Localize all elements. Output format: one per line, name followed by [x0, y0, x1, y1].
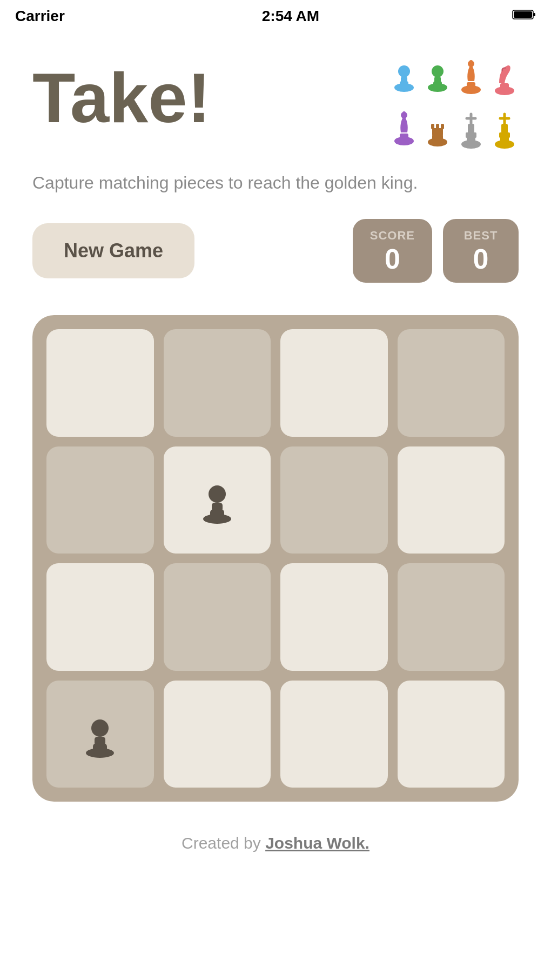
- svg-rect-16: [500, 83, 509, 92]
- board-cell-10[interactable]: [280, 563, 388, 671]
- svg-rect-32: [500, 137, 509, 145]
- battery-indicator: [512, 9, 536, 24]
- app-title: Take!: [32, 63, 211, 133]
- carrier-info: Carrier: [15, 8, 69, 25]
- svg-rect-30: [468, 124, 474, 134]
- svg-point-6: [398, 65, 410, 77]
- svg-point-38: [209, 485, 226, 503]
- game-board[interactable]: [32, 315, 519, 802]
- piece-brown-rook: [424, 109, 452, 157]
- main-content: Take!: [0, 30, 551, 896]
- svg-rect-2: [514, 11, 532, 18]
- piece-gray-king: [457, 109, 485, 157]
- piece-pink-knight: [490, 57, 519, 103]
- best-value: 0: [460, 245, 501, 273]
- svg-rect-23: [432, 128, 443, 136]
- board-cell-6[interactable]: [280, 446, 388, 554]
- carrier-text: Carrier: [15, 8, 65, 25]
- svg-point-14: [469, 60, 473, 63]
- header-section: Take!: [32, 52, 519, 157]
- svg-point-20: [402, 111, 406, 115]
- board-cell-1[interactable]: [164, 329, 271, 437]
- subtitle: Capture matching pieces to reach the gol…: [32, 173, 519, 193]
- board-cell-7[interactable]: [398, 446, 505, 554]
- svg-rect-24: [431, 124, 434, 129]
- svg-rect-18: [400, 134, 408, 142]
- best-box: BEST 0: [443, 219, 519, 283]
- piece-gold-king: [490, 109, 519, 157]
- svg-rect-41: [95, 737, 105, 745]
- chess-pieces-grid: [390, 52, 519, 157]
- best-label: BEST: [460, 229, 501, 243]
- board-cell-14[interactable]: [280, 681, 388, 788]
- piece-purple-bishop: [390, 109, 418, 157]
- footer-text: Created by: [182, 834, 265, 852]
- svg-rect-1: [533, 13, 535, 16]
- new-game-button[interactable]: New Game: [32, 223, 194, 278]
- svg-rect-22: [432, 135, 443, 143]
- board-cell-13[interactable]: [164, 681, 271, 788]
- svg-rect-37: [212, 503, 223, 511]
- board-cell-12[interactable]: [46, 681, 154, 788]
- score-panel: SCORE 0 BEST 0: [353, 219, 519, 283]
- author-link[interactable]: Joshua Wolk.: [265, 834, 369, 852]
- piece-blue-pawn: [390, 57, 418, 103]
- board-cell-15[interactable]: [398, 681, 505, 788]
- svg-point-42: [91, 719, 109, 737]
- score-value: 0: [370, 245, 415, 273]
- status-time: 2:54 AM: [262, 8, 319, 25]
- board-cell-4[interactable]: [46, 446, 154, 554]
- svg-rect-26: [441, 124, 444, 129]
- svg-rect-28: [467, 137, 475, 145]
- status-bar: Carrier 2:54 AM: [0, 0, 551, 30]
- board-cell-2[interactable]: [280, 329, 388, 437]
- svg-rect-5: [401, 77, 407, 83]
- piece-orange-bishop: [457, 57, 485, 103]
- svg-rect-12: [467, 82, 475, 91]
- board-cell-5[interactable]: [164, 446, 271, 554]
- board-cell-3[interactable]: [398, 329, 505, 437]
- svg-rect-9: [434, 77, 441, 83]
- svg-rect-25: [436, 124, 439, 129]
- svg-point-10: [432, 65, 444, 77]
- footer: Created by Joshua Wolk.: [32, 834, 519, 874]
- score-label: SCORE: [370, 229, 415, 243]
- controls-row: New Game SCORE 0 BEST 0: [32, 219, 519, 283]
- piece-green-pawn: [424, 57, 452, 103]
- board-cell-0[interactable]: [46, 329, 154, 437]
- score-box: SCORE 0: [353, 219, 432, 283]
- board-cell-9[interactable]: [164, 563, 271, 671]
- svg-rect-34: [501, 124, 508, 134]
- board-cell-8[interactable]: [46, 563, 154, 671]
- board-cell-11[interactable]: [398, 563, 505, 671]
